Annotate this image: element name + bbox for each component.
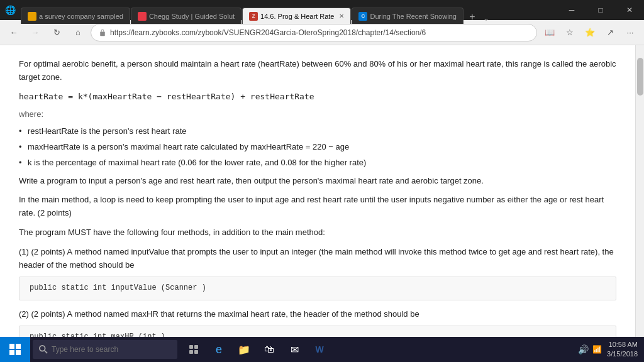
close-button[interactable]: ✕ (615, 0, 644, 20)
tab-snowing[interactable]: C During The Recent Snowing (352, 8, 463, 24)
section2-label: (2) (2 points) A method named maxHR that… (19, 308, 616, 321)
titlebar: 🌐 a survey company sampled Chegg Study |… (0, 0, 644, 20)
intro-text: For optimal aerobic benefit, a person sh… (19, 58, 616, 84)
minimize-button[interactable]: ─ (557, 0, 586, 20)
titlebar-left: 🌐 (0, 5, 21, 15)
tab-favicon-survey (28, 12, 36, 21)
tab-close-zybooks[interactable]: ✕ (339, 13, 344, 19)
favorites-button[interactable]: ☆ (561, 24, 579, 41)
where-label: where: (19, 108, 616, 121)
content-area: For optimal aerobic benefit, a person sh… (0, 45, 644, 337)
forward-button[interactable]: → (26, 24, 44, 41)
tabs-bar: a survey company sampled Chegg Study | G… (21, 0, 557, 20)
tabs-dropdown-button[interactable]: ⌄ (483, 14, 489, 23)
tab-label-snowing: During The Recent Snowing (370, 13, 456, 20)
section1-label: (1) (2 points) A method named inputValue… (19, 246, 616, 272)
loop-desc-text: In the main method, a loop is need to ke… (19, 194, 616, 220)
code-block-2: public static int maxHR (int ) (19, 326, 616, 337)
tab-favicon-snowing: C (358, 12, 367, 21)
must-have-text: The program MUST have the following four… (19, 226, 616, 239)
window-controls: ─ □ ✕ (557, 0, 644, 20)
browser-icon: 🌐 (5, 5, 16, 15)
url-text: https://learn.zybooks.com/zybook/VSUENGR… (110, 28, 529, 37)
addressbar-actions: 📖 ☆ ⭐ ↗ ··· (541, 24, 639, 41)
tab-favorites-button[interactable]: ⭐ (581, 24, 599, 41)
tab-label-survey: a survey company sampled (39, 13, 123, 20)
bullet-1: restHeartRate is the person's rest heart… (19, 125, 616, 138)
tab-label-chegg: Chegg Study | Guided Solut (149, 13, 235, 20)
reader-mode-button[interactable]: 📖 (541, 24, 558, 41)
back-button[interactable]: ← (5, 24, 23, 41)
scrollbar-thumb[interactable] (637, 58, 643, 96)
tab-survey[interactable]: a survey company sampled (21, 8, 130, 24)
tab-label-zybooks: 14.6. Prog & Heart Rate (260, 13, 334, 20)
addressbar: ← → ↻ ⌂ https://learn.zybooks.com/zybook… (0, 20, 644, 45)
maximize-button[interactable]: □ (586, 0, 615, 20)
bullet-2: maxHeartRate is a person's maximal heart… (19, 141, 616, 154)
new-tab-button[interactable]: + (464, 11, 480, 23)
formula-line: heartRate = k*(maxHeartRate − restHeartR… (19, 90, 616, 104)
home-button[interactable]: ⌂ (69, 24, 87, 41)
write-program-text: Write a program to input a person's age … (19, 175, 616, 188)
bullet-3: k is the percentage of maximal heart rat… (19, 156, 616, 170)
lock-icon (99, 29, 106, 36)
tab-favicon-chegg (138, 12, 147, 21)
scrollbar[interactable] (635, 45, 644, 337)
refresh-button[interactable]: ↻ (48, 24, 65, 41)
code-block-1: public static int inputValue (Scanner ) (19, 277, 616, 300)
tab-favicon-zybooks: Z (249, 12, 258, 21)
share-button[interactable]: ↗ (601, 24, 619, 41)
more-button[interactable]: ··· (621, 24, 639, 41)
address-box[interactable]: https://learn.zybooks.com/zybook/VSUENGR… (91, 24, 537, 41)
tab-zybooks[interactable]: Z 14.6. Prog & Heart Rate ✕ (242, 8, 351, 24)
main-content: For optimal aerobic benefit, a person sh… (0, 45, 635, 337)
tab-chegg[interactable]: Chegg Study | Guided Solut (131, 8, 242, 24)
